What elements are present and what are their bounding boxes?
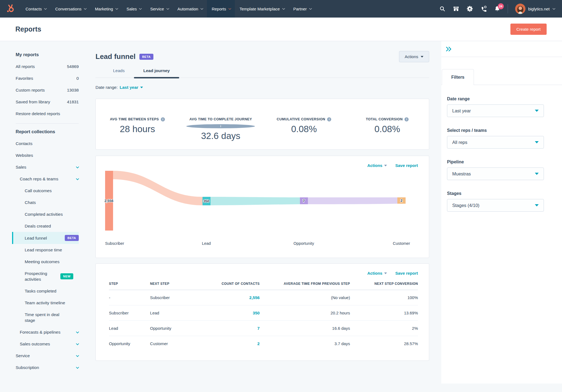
count-link[interactable]: 2,556 [249,295,260,300]
stage-label-subscriber: Subscriber [105,241,124,246]
sidebar-item-saved-from-library[interactable]: Saved from library 41831 [16,96,79,108]
cell-step: Opportunity [109,336,150,351]
date-range-select[interactable]: Last year [447,104,544,117]
node-value-customer: 2 [400,198,402,203]
report-actions-button[interactable]: Actions [399,51,429,62]
sidebar-item-meeting-outcomes[interactable]: Meeting outcomes [16,256,79,268]
sidebar-item-restore-deleted-reports[interactable]: Restore deleted reports [16,108,79,120]
nav-menu: Contacts Conversations Marketing Sales S… [21,0,316,18]
node-value-lead: 350 [203,199,209,203]
nav-item-label: Automation [178,7,198,11]
sidebar-item-contacts[interactable]: Contacts [16,138,79,149]
settings-gear-icon[interactable] [467,5,473,12]
chart-save-report-button[interactable]: Save report [395,163,418,168]
info-icon[interactable] [404,117,409,121]
tab-filters[interactable]: Filters [442,69,474,85]
sidebar-item-completed-activities[interactable]: Completed activities [16,208,79,220]
sidebar-item-lead-funnel[interactable]: Lead funnel BETA [12,232,79,244]
sidebar-item-sales[interactable]: Sales [16,161,79,173]
chevron-down-icon [309,7,312,10]
column-header-average-time: AVERAGE TIME FROM PREVIOUS STEP [260,282,350,290]
count-link[interactable]: 7 [257,326,260,331]
report-tabs: Leads Lead journey [95,68,429,78]
search-icon[interactable] [439,5,446,12]
sidebar-item-label: Coach reps & teams [20,176,76,182]
sidebar-item-coach-reps-teams[interactable]: Coach reps & teams [16,173,79,185]
sidebar-item-label: Favorites [16,75,74,81]
lead-journey-sankey-card: Actions Save report 2,556 350 7 2 [95,156,429,258]
nav-item-label: Sales [127,7,137,11]
create-report-button[interactable]: Create report [510,24,547,35]
reps-teams-select[interactable]: All reps [447,136,544,149]
sidebar-item-tasks-completed[interactable]: Tasks completed [16,285,79,297]
nav-item-marketing[interactable]: Marketing [90,0,122,18]
sidebar-item-call-outcomes[interactable]: Call outcomes [16,185,79,197]
sidebar-item-label: Forecasts & pipelines [20,329,76,335]
sidebar-item-time-spent-in-deal-stage[interactable]: Time spent in deal stage [16,309,79,326]
info-icon[interactable] [161,117,165,121]
calls-phone-icon[interactable] [480,5,487,12]
count-link[interactable]: 350 [253,311,260,315]
sidebar-item-label: Contacts [16,141,79,146]
chart-actions-button[interactable]: Actions [367,163,387,168]
chevron-down-icon [76,342,79,345]
nav-item-partner[interactable]: Partner [289,0,316,18]
tab-leads[interactable]: Leads [104,68,134,78]
sidebar-item-team-activity-timeline[interactable]: Team activity timeline [16,297,79,309]
sidebar-item-count: 41831 [67,100,79,104]
beta-badge: BETA [139,54,153,60]
caret-down-icon [535,173,539,175]
filters-panel: Filters Date range Last year Select reps… [441,41,562,384]
report-collections-heading: Report collections [16,126,79,138]
filter-label: Select reps / teams [447,128,562,133]
select-value: All reps [452,140,467,145]
sidebar-item-deals-created[interactable]: Deals created [16,220,79,232]
nav-item-sales[interactable]: Sales [122,0,146,18]
table-save-report-button[interactable]: Save report [395,271,418,275]
notifications-bell-icon[interactable]: 24 [494,5,501,12]
sidebar-item-chats[interactable]: Chats [16,197,79,208]
caret-down-icon [535,141,539,143]
table-row: - Subscriber 2,556 (No value) 100% [109,290,418,305]
sidebar-item-custom-reports[interactable]: Custom reports 13038 [16,84,79,96]
sidebar-item-label: Chats [25,200,79,205]
select-value: Last year [452,108,471,113]
info-icon[interactable] [327,117,331,121]
sidebar-item-all-reports[interactable]: All reports 54869 [16,61,79,72]
collapse-panel-button[interactable] [446,46,452,52]
metric-avg-time-to-complete-journey: AVG TIME TO COMPLETE JOURNEY 32.6 days [179,117,263,149]
metric-total-conversion: TOTAL CONVERSION 0.08% [346,117,429,149]
nav-item-reports[interactable]: Reports [207,0,235,18]
nav-item-label: Service [150,7,164,11]
nav-item-contacts[interactable]: Contacts [21,0,50,18]
sidebar-item-subscription[interactable]: Subscription [16,362,79,373]
sidebar-item-websites[interactable]: Websites [16,149,79,161]
sidebar-item-sales-outcomes[interactable]: Sales outcomes [16,338,79,350]
nav-item-service[interactable]: Service [145,0,173,18]
chevron-down-icon [44,7,47,10]
count-link[interactable]: 2 [257,341,260,346]
pipeline-select[interactable]: Muestras [447,167,544,180]
nav-item-label: Contacts [26,7,42,11]
hubspot-logo-icon[interactable] [0,0,21,18]
date-range-label: Date range: [95,85,118,90]
nav-item-automation[interactable]: Automation [173,0,207,18]
sidebar-item-forecasts-pipelines[interactable]: Forecasts & pipelines [16,326,79,338]
cell-step: Subscriber [109,305,150,321]
date-range-control: Date range: Last year [95,85,429,90]
nav-item-template-marketplace[interactable]: Template Marketplace [235,0,289,18]
tab-lead-journey[interactable]: Lead journey [134,68,179,78]
nav-item-conversations[interactable]: Conversations [50,0,90,18]
info-icon[interactable] [186,124,255,128]
account-menu[interactable]: biglytics.net [515,4,554,14]
stages-select[interactable]: Stages (4/10) [447,199,544,212]
top-navigation: Contacts Conversations Marketing Sales S… [0,0,562,18]
date-range-value[interactable]: Last year [120,85,138,90]
table-actions-button[interactable]: Actions [367,271,387,275]
marketplace-icon[interactable] [453,5,459,12]
flow-subscriber-to-lead [113,171,203,205]
sidebar-item-lead-response-time[interactable]: Lead response time [16,244,79,256]
sidebar-item-service[interactable]: Service [16,350,79,362]
sidebar-item-favorites[interactable]: Favorites 0 [16,72,79,84]
sidebar-item-prospecting-activities[interactable]: Prospecting activities NEW [16,268,79,285]
